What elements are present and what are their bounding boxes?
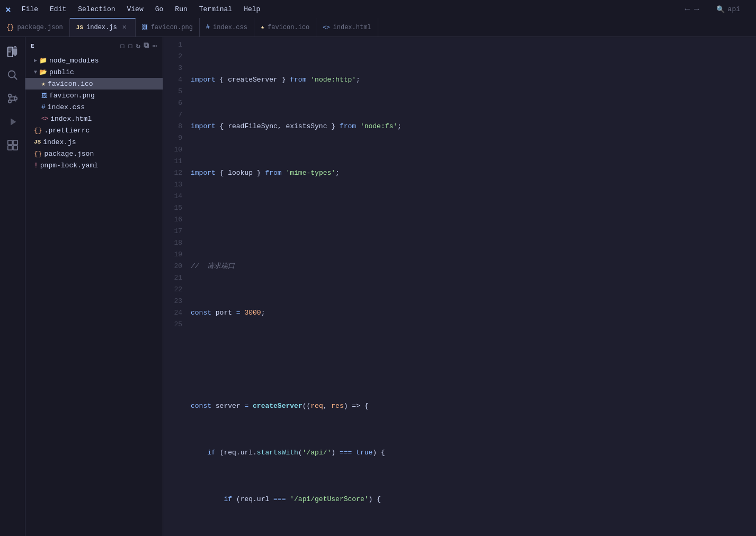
tab-index-css[interactable]: # index.css bbox=[200, 18, 254, 37]
tab-favicon-ico[interactable]: ★ favicon.ico bbox=[254, 18, 316, 37]
tab-index-js[interactable]: JS index.js × bbox=[70, 18, 136, 37]
sidebar-item-public[interactable]: ▼ 📂 public bbox=[25, 66, 163, 78]
sidebar-item-pnpm-lock[interactable]: ! pnpm-lock.yaml bbox=[25, 159, 163, 171]
new-file-icon[interactable]: ◻ bbox=[120, 41, 125, 50]
more-icon[interactable]: ⋯ bbox=[153, 41, 157, 50]
code-line-4 bbox=[191, 214, 756, 226]
svg-rect-8 bbox=[7, 146, 12, 150]
tab-package-json[interactable]: {} package.json bbox=[0, 18, 70, 37]
nav-back-icon[interactable]: ← bbox=[684, 5, 690, 14]
tab-label: index.js bbox=[86, 24, 117, 31]
html-icon: <> bbox=[323, 24, 330, 31]
extensions-icon[interactable] bbox=[2, 135, 23, 156]
js-file-icon: JS bbox=[34, 139, 41, 145]
json-icon: {} bbox=[6, 24, 14, 31]
tab-bar: {} package.json JS index.js × 🖼 favicon.… bbox=[0, 19, 756, 37]
svg-rect-7 bbox=[13, 140, 17, 145]
code-line-9: if (req.url.startsWith('/api/') === true… bbox=[191, 447, 756, 459]
source-control-icon[interactable] bbox=[2, 88, 23, 109]
code-line-6: const port = 3000; bbox=[191, 307, 756, 319]
svg-point-5 bbox=[14, 97, 17, 100]
sidebar-item-index-js[interactable]: JS index.js bbox=[25, 136, 163, 148]
file-label: favicon.ico bbox=[48, 80, 93, 88]
menu-edit[interactable]: Edit bbox=[48, 4, 68, 14]
tab-favicon-png[interactable]: 🖼 favicon.png bbox=[136, 18, 200, 37]
svg-point-1 bbox=[8, 71, 15, 78]
activity-bar bbox=[0, 37, 25, 536]
tab-close-button[interactable]: × bbox=[120, 23, 129, 32]
chevron-down-icon: ▼ bbox=[34, 69, 37, 75]
explorer-icon[interactable] bbox=[2, 41, 23, 62]
search-text: api bbox=[728, 5, 740, 13]
json-file-icon: {} bbox=[34, 127, 42, 135]
tab-index-html[interactable]: <> index.html bbox=[316, 18, 378, 37]
file-label: .prettierrc bbox=[45, 127, 90, 135]
tab-label: index.html bbox=[333, 24, 371, 31]
folder-label: node_modules bbox=[49, 57, 99, 65]
nav-forward-icon[interactable]: → bbox=[694, 5, 699, 14]
menu-run[interactable]: Run bbox=[173, 4, 189, 14]
tab-label: package.json bbox=[17, 24, 63, 31]
menu-selection[interactable]: Selection bbox=[76, 4, 117, 14]
sidebar-item-index-html[interactable]: <> index.html bbox=[25, 113, 163, 124]
image-icon: 🖼 bbox=[41, 92, 47, 99]
code-line-2: import { readFileSync, existsSync } from… bbox=[191, 121, 756, 132]
nav-controls: ← → bbox=[684, 5, 699, 14]
tab-label: favicon.png bbox=[151, 24, 193, 31]
run-debug-icon[interactable] bbox=[2, 111, 23, 132]
code-line-10: if (req.url === '/api/getUserScore') { bbox=[191, 494, 756, 505]
sidebar-item-index-css[interactable]: # index.css bbox=[25, 101, 163, 113]
search-bar[interactable]: 🔍 api bbox=[716, 5, 740, 14]
file-label: favicon.png bbox=[49, 92, 95, 100]
file-label: index.css bbox=[48, 103, 85, 111]
menu-bar: File Edit Selection View Go Run Terminal… bbox=[20, 4, 263, 14]
json2-file-icon: {} bbox=[34, 150, 42, 158]
tab-label: favicon.ico bbox=[268, 24, 309, 31]
tab-label: index.css bbox=[213, 24, 247, 31]
sidebar: E ◻ ◻ ↻ ⧉ ⋯ ▶ 📁 node_modules ▼ 📂 public … bbox=[25, 37, 163, 536]
sidebar-actions: ◻ ◻ ↻ ⧉ ⋯ bbox=[120, 41, 158, 50]
code-lines: import { createServer } from 'node:http'… bbox=[189, 39, 756, 536]
code-line-8: const server = createServer((req, res) =… bbox=[191, 400, 756, 412]
sidebar-item-favicon-png[interactable]: 🖼 favicon.png bbox=[25, 90, 163, 101]
code-line-1: import { createServer } from 'node:http'… bbox=[191, 74, 756, 86]
file-label: pnpm-lock.yaml bbox=[40, 162, 98, 169]
code-line-3: import { lookup } from 'mime-types'; bbox=[191, 167, 756, 179]
code-area[interactable]: 12345 678910 1112131415 1617181920 21222… bbox=[163, 37, 756, 536]
menu-view[interactable]: View bbox=[125, 4, 146, 14]
folder-label: public bbox=[49, 68, 74, 76]
titlebar: ⨯ File Edit Selection View Go Run Termin… bbox=[0, 0, 756, 19]
chevron-right-icon: ▶ bbox=[34, 57, 37, 64]
menu-terminal[interactable]: Terminal bbox=[197, 4, 234, 14]
folder-open-icon: 📂 bbox=[39, 68, 47, 76]
svg-rect-9 bbox=[13, 146, 17, 150]
yaml-file-icon: ! bbox=[34, 162, 38, 169]
css-file-icon: # bbox=[41, 103, 46, 111]
code-line-5: // 请求端口 bbox=[191, 261, 756, 272]
file-label: index.js bbox=[43, 138, 76, 146]
html-file-icon: <> bbox=[41, 115, 48, 122]
new-folder-icon[interactable]: ◻ bbox=[128, 41, 132, 50]
sidebar-item-prettierrc[interactable]: {} .prettierrc bbox=[25, 124, 163, 136]
refresh-icon[interactable]: ↻ bbox=[136, 41, 140, 50]
js-icon: JS bbox=[76, 24, 83, 31]
code-line-7 bbox=[191, 354, 756, 365]
menu-help[interactable]: Help bbox=[242, 4, 262, 14]
main-area: E ◻ ◻ ↻ ⧉ ⋯ ▶ 📁 node_modules ▼ 📂 public … bbox=[0, 37, 756, 536]
folder-icon: 📁 bbox=[39, 57, 47, 65]
sidebar-item-node-modules[interactable]: ▶ 📁 node_modules bbox=[25, 55, 163, 66]
menu-file[interactable]: File bbox=[20, 4, 40, 14]
file-label: package.json bbox=[45, 150, 94, 158]
ico-icon: ★ bbox=[261, 23, 264, 31]
sidebar-item-package-json[interactable]: {} package.json bbox=[25, 148, 163, 159]
sidebar-title: E bbox=[31, 43, 34, 49]
sidebar-item-favicon-ico[interactable]: ★ favicon.ico bbox=[25, 78, 163, 90]
menu-go[interactable]: Go bbox=[153, 4, 166, 14]
search-activity-icon[interactable] bbox=[2, 65, 23, 86]
vscode-logo-icon: ⨯ bbox=[5, 4, 11, 15]
search-icon: 🔍 bbox=[716, 5, 725, 14]
sidebar-header: E ◻ ◻ ↻ ⧉ ⋯ bbox=[25, 37, 163, 55]
line-numbers: 12345 678910 1112131415 1617181920 21222… bbox=[163, 39, 189, 536]
collapse-icon[interactable]: ⧉ bbox=[144, 41, 149, 50]
star-icon: ★ bbox=[41, 79, 46, 88]
